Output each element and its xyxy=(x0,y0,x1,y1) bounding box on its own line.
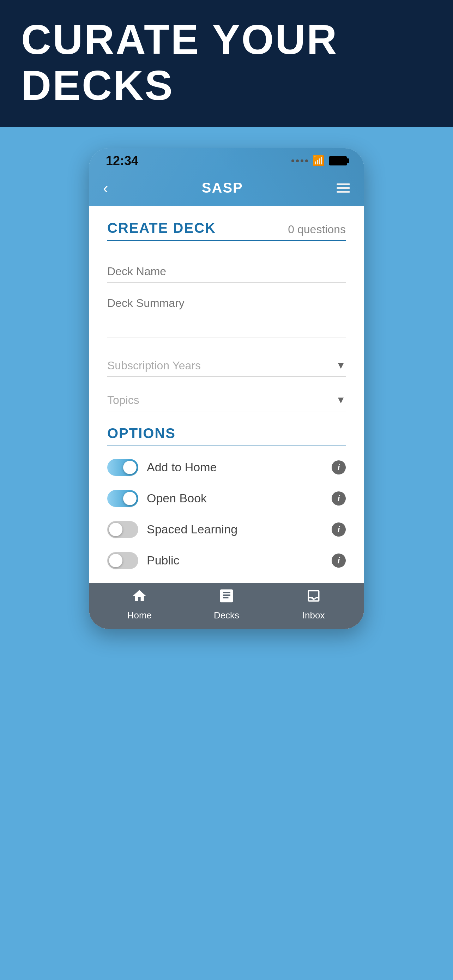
deck-name-input[interactable] xyxy=(107,265,346,278)
create-deck-title: CREATE DECK xyxy=(107,220,216,236)
banner-title: CURATE YOUR DECKS xyxy=(21,17,432,109)
public-row: Public i xyxy=(107,552,346,569)
deck-summary-field[interactable] xyxy=(107,287,346,338)
spaced-learning-row: Spaced Learning i xyxy=(107,521,346,538)
open-book-knob xyxy=(123,492,137,505)
open-book-row: Open Book i xyxy=(107,490,346,507)
main-content: CREATE DECK 0 questions Subscription Yea… xyxy=(89,206,364,569)
status-icons: 📶 xyxy=(291,155,347,167)
open-book-label: Open Book xyxy=(147,492,323,505)
add-to-home-info-icon[interactable]: i xyxy=(332,460,346,474)
options-section: OPTIONS Add to Home i Open Book i xyxy=(107,425,346,569)
topics-label: Topics xyxy=(107,394,139,407)
menu-button[interactable] xyxy=(337,183,350,192)
nav-bar: ‹ SASP xyxy=(89,172,364,206)
options-title: OPTIONS xyxy=(107,425,346,441)
topics-dropdown[interactable]: Topics ▼ xyxy=(107,384,346,411)
question-count: 0 questions xyxy=(288,223,346,236)
topics-arrow-icon: ▼ xyxy=(336,395,346,406)
add-to-home-row: Add to Home i xyxy=(107,459,346,476)
public-info-icon[interactable]: i xyxy=(332,554,346,568)
spaced-learning-label: Spaced Learning xyxy=(147,522,323,536)
deck-name-field[interactable] xyxy=(107,255,346,283)
spaced-learning-toggle[interactable] xyxy=(107,521,138,538)
add-to-home-label: Add to Home xyxy=(147,460,323,474)
nav-title: SASP xyxy=(202,180,243,196)
home-icon xyxy=(132,588,147,607)
status-time: 12:34 xyxy=(106,153,138,168)
public-toggle[interactable] xyxy=(107,552,138,569)
status-bar: 12:34 📶 xyxy=(89,148,364,172)
open-book-toggle[interactable] xyxy=(107,490,138,507)
add-to-home-knob xyxy=(123,461,137,474)
tab-decks-label: Decks xyxy=(214,610,239,621)
tab-inbox[interactable]: Inbox xyxy=(270,588,357,621)
tab-inbox-label: Inbox xyxy=(302,610,325,621)
public-knob xyxy=(109,554,122,567)
back-button[interactable]: ‹ xyxy=(103,180,108,196)
open-book-info-icon[interactable]: i xyxy=(332,492,346,506)
create-deck-divider xyxy=(107,240,346,241)
decks-icon xyxy=(219,588,234,607)
signal-icon xyxy=(291,159,308,162)
create-deck-header: CREATE DECK 0 questions xyxy=(107,220,346,236)
subscription-years-arrow-icon: ▼ xyxy=(336,360,346,371)
battery-icon xyxy=(329,156,347,165)
banner: CURATE YOUR DECKS xyxy=(0,0,453,127)
deck-summary-input[interactable] xyxy=(107,297,346,332)
subscription-years-label: Subscription Years xyxy=(107,359,201,372)
spaced-learning-info-icon[interactable]: i xyxy=(332,522,346,536)
tab-home[interactable]: Home xyxy=(96,588,183,621)
tab-home-label: Home xyxy=(127,610,152,621)
add-to-home-toggle[interactable] xyxy=(107,459,138,476)
public-label: Public xyxy=(147,554,323,567)
inbox-icon xyxy=(306,588,321,607)
subscription-years-dropdown[interactable]: Subscription Years ▼ xyxy=(107,349,346,377)
tab-bar: Home Decks Inbox xyxy=(89,583,364,629)
options-divider xyxy=(107,445,346,446)
wifi-icon: 📶 xyxy=(312,155,324,167)
tab-decks[interactable]: Decks xyxy=(183,588,270,621)
spaced-learning-knob xyxy=(109,523,122,536)
phone-frame: 12:34 📶 ‹ SASP xyxy=(89,148,364,629)
